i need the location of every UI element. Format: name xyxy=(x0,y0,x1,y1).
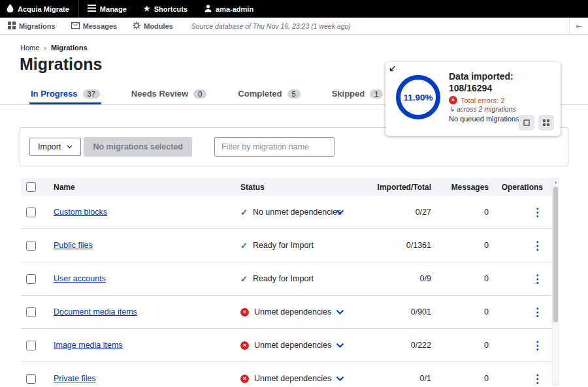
row-checkbox[interactable] xyxy=(26,241,36,251)
imported-total-cell: 0/1 xyxy=(361,374,431,383)
data-imported-label: Data imported: xyxy=(449,70,553,82)
header-status: Status xyxy=(240,183,361,192)
kebab-menu-icon[interactable]: ⋮ xyxy=(532,373,543,385)
tab-label: Completed xyxy=(238,89,282,99)
toolbar-item-modules[interactable]: Modules xyxy=(125,18,181,34)
card-actions xyxy=(519,115,554,131)
manage-label: Manage xyxy=(100,5,127,13)
messages-cell: 0 xyxy=(431,208,489,217)
toolbar-orientation-icon[interactable]: ⇤ xyxy=(569,18,588,34)
chevron-down-icon[interactable] xyxy=(336,376,344,381)
gear-icon xyxy=(133,22,140,31)
tab-label: Needs Review xyxy=(131,89,188,99)
import-dropdown-button[interactable]: Import xyxy=(29,138,81,156)
table-row: Document media items × Unmet dependencie… xyxy=(21,296,552,329)
chevron-down-icon[interactable] xyxy=(336,209,344,215)
tab-count-badge: 5 xyxy=(287,89,301,99)
kebab-menu-icon[interactable]: ⋮ xyxy=(532,273,543,285)
migration-link[interactable]: User accounts xyxy=(54,274,106,283)
tab-completed[interactable]: Completed 5 xyxy=(237,84,301,104)
row-checkbox[interactable] xyxy=(26,341,36,350)
source-database-note: Source database of Thu Nov 16, 23:23 (1 … xyxy=(191,22,351,30)
error-icon: × xyxy=(240,341,249,350)
secondary-toolbar: Migrations Messages Modules Source datab… xyxy=(0,18,588,35)
table-header-row: Name Status Imported/Total Messages Oper… xyxy=(21,178,552,196)
card-info: Data imported: 108/16294 × Total errors:… xyxy=(449,70,553,129)
header-name: Name xyxy=(54,183,240,192)
brand-label: Acquia Migrate xyxy=(18,5,69,13)
error-icon: × xyxy=(240,375,249,383)
tab-needs-review[interactable]: Needs Review 0 xyxy=(130,84,208,104)
status-text: No unmet dependencies xyxy=(253,208,342,217)
tab-count-badge: 1 xyxy=(370,89,383,99)
breadcrumb-separator-icon: › xyxy=(44,44,46,52)
migration-filter-input[interactable] xyxy=(214,137,335,157)
grid-view-button[interactable] xyxy=(538,115,554,131)
kebab-menu-icon[interactable]: ⋮ xyxy=(532,339,543,352)
progress-ring: 11.90% xyxy=(396,75,440,119)
envelope-icon xyxy=(71,22,80,30)
grid-icon xyxy=(8,22,16,31)
total-errors-link[interactable]: Total errors: 2 xyxy=(461,97,504,104)
toolbar-item-messages[interactable]: Messages xyxy=(63,18,125,34)
migration-link[interactable]: Public files xyxy=(54,241,93,250)
breadcrumb-home[interactable]: Home xyxy=(20,44,39,52)
tab-count-badge: 0 xyxy=(193,89,206,99)
acquia-droplet-icon xyxy=(7,4,14,14)
migration-link[interactable]: Private files xyxy=(54,374,96,383)
migration-link[interactable]: Document media items xyxy=(54,307,137,317)
migration-link[interactable]: Image media items xyxy=(54,341,123,350)
shortcuts-menu[interactable]: ★ Shortcuts xyxy=(135,0,196,18)
messages-cell: 0 xyxy=(431,307,489,317)
imported-total-cell: 0/27 xyxy=(361,208,431,217)
messages-label: Messages xyxy=(83,22,118,30)
tab-label: Skipped xyxy=(332,89,365,99)
vertical-scrollbar[interactable]: ▲ xyxy=(552,178,559,386)
kebab-menu-icon[interactable]: ⋮ xyxy=(532,306,543,318)
table-row: Image media items × Unmet dependencies 0… xyxy=(21,329,552,362)
success-check-icon: ✓ xyxy=(240,274,248,284)
imported-total-cell: 0/1361 xyxy=(361,241,431,250)
breadcrumb-current: Migrations xyxy=(51,44,88,52)
kebab-menu-icon[interactable]: ⋮ xyxy=(532,206,543,219)
header-messages: Messages xyxy=(431,183,489,192)
error-icon: × xyxy=(240,308,249,317)
scroll-up-arrow-icon[interactable]: ▲ xyxy=(553,179,559,185)
migrations-table: Name Status Imported/Total Messages Oper… xyxy=(0,178,588,386)
chevron-down-icon[interactable] xyxy=(336,309,344,315)
kebab-menu-icon[interactable]: ⋮ xyxy=(532,240,543,252)
collapse-icon[interactable] xyxy=(389,65,396,72)
across-migrations-note: ↳ across 2 migrations xyxy=(449,105,553,113)
row-checkbox[interactable] xyxy=(26,208,36,217)
status-text: Ready for Import xyxy=(253,274,314,283)
acquia-migrate-brand[interactable]: Acquia Migrate xyxy=(0,0,79,18)
chevron-down-icon xyxy=(67,145,73,149)
table-row: Public files ✓ Ready for Import 0/1361 0… xyxy=(21,229,552,262)
user-menu[interactable]: ama-admin xyxy=(196,0,262,18)
imported-total-cell: 0/901 xyxy=(361,307,431,317)
messages-cell: 0 xyxy=(431,274,489,283)
stop-button[interactable] xyxy=(519,115,534,131)
select-all-checkbox[interactable] xyxy=(26,182,36,192)
tab-skipped[interactable]: Skipped 1 xyxy=(331,84,385,104)
migration-link[interactable]: Custom blocks xyxy=(54,208,107,217)
row-checkbox[interactable] xyxy=(26,274,36,284)
manage-menu[interactable]: Manage xyxy=(79,0,135,18)
table-row: User accounts ✓ Ready for Import 0/9 0 ⋮ xyxy=(21,262,552,296)
imported-total-cell: 0/222 xyxy=(361,341,431,350)
toolbar-item-migrations[interactable]: Migrations xyxy=(0,18,63,34)
row-checkbox[interactable] xyxy=(26,374,36,384)
shortcuts-label: Shortcuts xyxy=(154,5,188,13)
header-operations: Operations xyxy=(489,183,552,192)
messages-cell: 0 xyxy=(431,341,489,350)
scrollbar-thumb[interactable] xyxy=(553,187,558,322)
tab-in-progress[interactable]: In Progress 37 xyxy=(29,84,101,104)
status-text: Ready for Import xyxy=(253,241,314,250)
chevron-down-icon[interactable] xyxy=(336,343,344,348)
data-imported-fraction: 108/16294 xyxy=(449,82,553,94)
status-text: Unmet dependencies xyxy=(254,307,331,317)
imported-total-cell: 0/9 xyxy=(361,274,431,283)
header-imported-total: Imported/Total xyxy=(361,183,431,192)
migrations-label: Migrations xyxy=(19,22,56,30)
row-checkbox[interactable] xyxy=(26,307,36,317)
